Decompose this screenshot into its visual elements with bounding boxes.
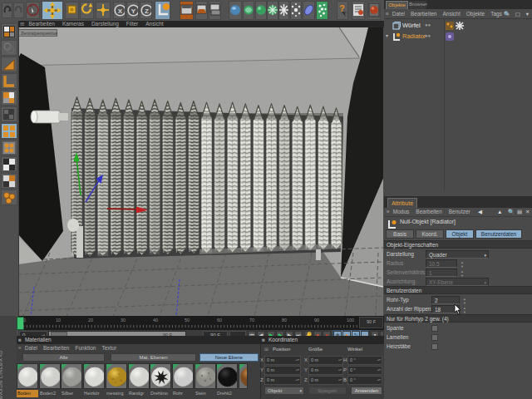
svg-text:Zentralperspektive: Zentralperspektive <box>21 31 57 36</box>
svg-text:X: X <box>118 7 123 15</box>
svg-text:Y: Y <box>131 7 136 15</box>
svg-text:Z: Z <box>145 7 149 15</box>
